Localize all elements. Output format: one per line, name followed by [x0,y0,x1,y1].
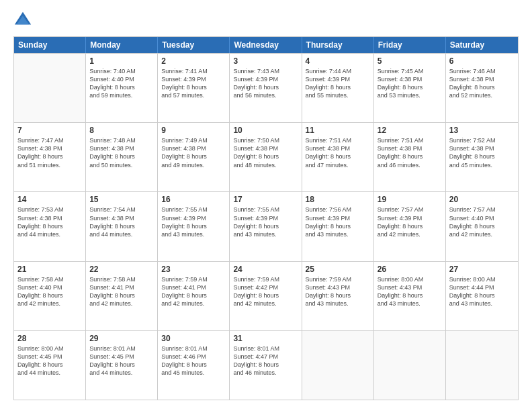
day-info: Sunrise: 7:53 AM Sunset: 4:38 PM Dayligh… [17,205,82,238]
cal-cell: 13Sunrise: 7:52 AM Sunset: 4:38 PM Dayli… [446,123,518,191]
day-number: 9 [161,126,226,135]
day-info: Sunrise: 7:55 AM Sunset: 4:39 PM Dayligh… [233,205,298,238]
day-number: 1 [89,56,154,66]
cal-cell: 23Sunrise: 7:59 AM Sunset: 4:41 PM Dayli… [158,262,230,330]
day-info: Sunrise: 8:00 AM Sunset: 4:43 PM Dayligh… [378,275,442,308]
cal-cell [14,54,86,122]
cal-cell: 10Sunrise: 7:50 AM Sunset: 4:38 PM Dayli… [230,123,302,191]
day-number: 26 [378,265,442,274]
day-number: 13 [449,126,515,135]
cal-cell: 25Sunrise: 7:59 AM Sunset: 4:43 PM Dayli… [302,262,374,330]
calendar-header: SundayMondayTuesdayWednesdayThursdayFrid… [14,37,518,53]
cal-cell: 7Sunrise: 7:47 AM Sunset: 4:38 PM Daylig… [14,123,86,191]
day-info: Sunrise: 7:55 AM Sunset: 4:39 PM Dayligh… [161,205,226,238]
cal-cell: 18Sunrise: 7:56 AM Sunset: 4:39 PM Dayli… [302,192,374,261]
day-info: Sunrise: 7:50 AM Sunset: 4:38 PM Dayligh… [233,136,298,169]
day-info: Sunrise: 7:59 AM Sunset: 4:41 PM Dayligh… [161,275,226,308]
day-info: Sunrise: 7:49 AM Sunset: 4:38 PM Dayligh… [161,136,226,169]
cal-cell [446,331,518,400]
day-number: 4 [306,56,370,66]
cal-header-cell: Wednesday [230,37,302,53]
cal-cell: 6Sunrise: 7:46 AM Sunset: 4:38 PM Daylig… [446,54,518,122]
day-info: Sunrise: 7:40 AM Sunset: 4:40 PM Dayligh… [89,67,154,100]
cal-cell: 8Sunrise: 7:48 AM Sunset: 4:38 PM Daylig… [86,123,158,191]
day-info: Sunrise: 8:01 AM Sunset: 4:45 PM Dayligh… [89,345,154,377]
cal-cell: 29Sunrise: 8:01 AM Sunset: 4:45 PM Dayli… [86,331,158,400]
cal-cell [302,331,374,400]
cal-cell: 20Sunrise: 7:57 AM Sunset: 4:40 PM Dayli… [446,192,518,261]
cal-week: 7Sunrise: 7:47 AM Sunset: 4:38 PM Daylig… [14,122,518,191]
day-number: 7 [17,126,82,135]
cal-week: 1Sunrise: 7:40 AM Sunset: 4:40 PM Daylig… [14,53,518,122]
day-info: Sunrise: 7:59 AM Sunset: 4:42 PM Dayligh… [233,275,298,308]
cal-cell: 28Sunrise: 8:00 AM Sunset: 4:45 PM Dayli… [14,331,86,400]
day-info: Sunrise: 7:59 AM Sunset: 4:43 PM Dayligh… [306,275,370,308]
cal-cell: 30Sunrise: 8:01 AM Sunset: 4:46 PM Dayli… [158,331,230,400]
day-number: 10 [233,126,298,135]
day-number: 6 [449,56,515,66]
cal-header-cell: Sunday [14,37,86,53]
cal-header-cell: Thursday [302,37,374,53]
day-number: 20 [449,195,515,204]
day-number: 16 [161,195,226,204]
cal-cell: 2Sunrise: 7:41 AM Sunset: 4:39 PM Daylig… [158,54,230,122]
cal-header-cell: Monday [86,37,158,53]
day-number: 19 [378,195,442,204]
cal-cell: 17Sunrise: 7:55 AM Sunset: 4:39 PM Dayli… [230,192,302,261]
cal-cell: 27Sunrise: 8:00 AM Sunset: 4:44 PM Dayli… [446,262,518,330]
cal-cell: 26Sunrise: 8:00 AM Sunset: 4:43 PM Dayli… [374,262,446,330]
cal-cell: 11Sunrise: 7:51 AM Sunset: 4:38 PM Dayli… [302,123,374,191]
day-info: Sunrise: 7:46 AM Sunset: 4:38 PM Dayligh… [449,67,515,100]
cal-week: 14Sunrise: 7:53 AM Sunset: 4:38 PM Dayli… [14,191,518,261]
day-info: Sunrise: 8:00 AM Sunset: 4:44 PM Dayligh… [449,275,515,308]
day-number: 5 [378,56,442,66]
cal-cell: 15Sunrise: 7:54 AM Sunset: 4:38 PM Dayli… [86,192,158,261]
day-number: 18 [306,195,370,204]
day-number: 30 [161,334,226,343]
day-number: 12 [378,126,442,135]
cal-cell: 9Sunrise: 7:49 AM Sunset: 4:38 PM Daylig… [158,123,230,191]
day-number: 28 [17,334,82,343]
day-number: 27 [449,265,515,274]
day-info: Sunrise: 7:54 AM Sunset: 4:38 PM Dayligh… [89,205,154,238]
day-info: Sunrise: 7:57 AM Sunset: 4:39 PM Dayligh… [378,205,442,238]
day-info: Sunrise: 8:01 AM Sunset: 4:47 PM Dayligh… [233,345,298,377]
cal-week: 28Sunrise: 8:00 AM Sunset: 4:45 PM Dayli… [14,330,518,400]
cal-week: 21Sunrise: 7:58 AM Sunset: 4:40 PM Dayli… [14,261,518,330]
day-info: Sunrise: 7:51 AM Sunset: 4:38 PM Dayligh… [306,136,370,169]
cal-cell: 5Sunrise: 7:45 AM Sunset: 4:38 PM Daylig… [374,54,446,122]
logo [13,11,35,30]
cal-header-cell: Friday [374,37,446,53]
day-info: Sunrise: 7:43 AM Sunset: 4:39 PM Dayligh… [233,67,298,100]
cal-cell: 31Sunrise: 8:01 AM Sunset: 4:47 PM Dayli… [230,331,302,400]
cal-cell [374,331,446,400]
day-number: 11 [306,126,370,135]
cal-cell: 19Sunrise: 7:57 AM Sunset: 4:39 PM Dayli… [374,192,446,261]
day-number: 22 [89,265,154,274]
cal-header-cell: Tuesday [158,37,230,53]
day-number: 31 [233,334,298,343]
cal-cell: 3Sunrise: 7:43 AM Sunset: 4:39 PM Daylig… [230,54,302,122]
calendar-body: 1Sunrise: 7:40 AM Sunset: 4:40 PM Daylig… [14,53,518,400]
day-number: 17 [233,195,298,204]
day-number: 14 [17,195,82,204]
day-number: 25 [306,265,370,274]
day-number: 29 [89,334,154,343]
day-number: 15 [89,195,154,204]
day-info: Sunrise: 7:56 AM Sunset: 4:39 PM Dayligh… [306,205,370,238]
cal-cell: 14Sunrise: 7:53 AM Sunset: 4:38 PM Dayli… [14,192,86,261]
day-number: 21 [17,265,82,274]
day-info: Sunrise: 7:52 AM Sunset: 4:38 PM Dayligh… [449,136,515,169]
day-info: Sunrise: 7:58 AM Sunset: 4:41 PM Dayligh… [89,275,154,308]
day-number: 8 [89,126,154,135]
day-number: 23 [161,265,226,274]
cal-cell: 1Sunrise: 7:40 AM Sunset: 4:40 PM Daylig… [86,54,158,122]
day-number: 3 [233,56,298,66]
day-info: Sunrise: 7:44 AM Sunset: 4:39 PM Dayligh… [306,67,370,100]
cal-header-cell: Saturday [446,37,518,53]
calendar: SundayMondayTuesdayWednesdayThursdayFrid… [13,36,519,400]
day-info: Sunrise: 8:00 AM Sunset: 4:45 PM Dayligh… [17,345,82,377]
day-number: 24 [233,265,298,274]
logo-icon [13,11,32,30]
cal-cell: 24Sunrise: 7:59 AM Sunset: 4:42 PM Dayli… [230,262,302,330]
